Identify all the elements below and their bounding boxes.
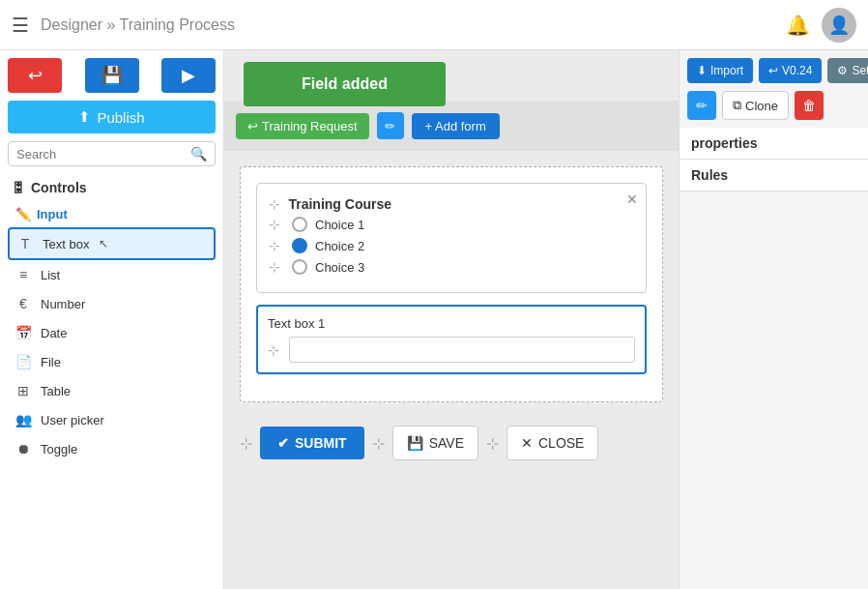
main-layout: ↩ 💾 ▶ ⬆ Publish 🔍 🎛 Controls ✏️ Input T …: [0, 50, 868, 589]
radio-label-3: Choice 3: [315, 260, 364, 275]
save-button[interactable]: 💾: [85, 58, 139, 93]
bell-icon[interactable]: 🔔: [786, 14, 810, 37]
close-section-button[interactable]: ✕: [626, 191, 638, 207]
control-toggle-label: Toggle: [41, 442, 77, 456]
input-section: ✏️ Input: [8, 201, 216, 227]
header-right: 🔔 👤: [786, 8, 856, 43]
clone-button[interactable]: ⧉ Clone: [722, 91, 789, 120]
edit-step-button[interactable]: ✏: [377, 112, 404, 139]
right-panel: ⬇ Import ↩ V0.24 ⚙ Settings ✏ ⧉ Clone 🗑 …: [679, 50, 868, 589]
publish-icon: ⬆: [78, 108, 91, 126]
section-drag-handle[interactable]: ⊹: [269, 196, 280, 212]
clone-label: Clone: [745, 99, 778, 113]
control-user-picker-label: User picker: [41, 413, 104, 427]
rules-tab[interactable]: Rules: [680, 160, 868, 191]
textbox-drag-handle[interactable]: ⊹: [268, 342, 279, 358]
sidebar: ↩ 💾 ▶ ⬆ Publish 🔍 🎛 Controls ✏️ Input T …: [0, 50, 224, 589]
close-action-button[interactable]: ✕ CLOSE: [506, 426, 598, 460]
step-icon: ↩: [247, 119, 258, 133]
control-file-label: File: [41, 355, 61, 369]
input-icon: ✏️: [15, 207, 31, 221]
version-label: V0.24: [782, 64, 812, 77]
x-icon: ✕: [521, 435, 533, 451]
file-icon: 📄: [15, 354, 31, 369]
notification-bar: Field added: [244, 62, 446, 106]
control-list-label: List: [41, 268, 60, 282]
header-left: ☰ Designer » Training Process: [12, 14, 235, 37]
add-form-button[interactable]: + Add form: [412, 113, 500, 139]
breadcrumb-sep: »: [102, 16, 120, 33]
textbox-label: Text box 1: [268, 316, 635, 331]
control-item-number[interactable]: € Number: [8, 289, 216, 318]
control-item-table[interactable]: ⊞ Table: [8, 376, 216, 405]
date-icon: 📅: [15, 325, 31, 340]
version-icon: ↩: [768, 64, 778, 77]
import-button[interactable]: ⬇ Import: [687, 58, 753, 83]
play-button[interactable]: ▶: [161, 58, 216, 93]
undo-button[interactable]: ↩: [8, 58, 62, 93]
close-drag-handle[interactable]: ⊹: [486, 434, 499, 453]
control-item-date[interactable]: 📅 Date: [8, 318, 216, 347]
search-input[interactable]: [16, 147, 190, 162]
radio-label-2: Choice 2: [315, 239, 364, 253]
radio-drag-3[interactable]: ⊹: [269, 259, 280, 275]
radio-circle-1[interactable]: [292, 217, 307, 232]
form-section-training-course: ⊹ Training Course ✕ ⊹ Choice 1 ⊹ Choice …: [256, 183, 647, 293]
form-area: ⊹ Training Course ✕ ⊹ Choice 1 ⊹ Choice …: [240, 166, 663, 402]
table-icon: ⊞: [15, 383, 31, 398]
canvas-subheader: ↩ Training Request ✏ + Add form: [224, 101, 679, 151]
breadcrumb: Designer » Training Process: [41, 16, 235, 34]
control-item-file[interactable]: 📄 File: [8, 347, 216, 376]
list-icon: ≡: [15, 267, 31, 282]
radio-circle-3[interactable]: [292, 259, 307, 275]
toggle-icon: ⏺: [15, 441, 31, 456]
publish-label: Publish: [97, 109, 144, 126]
textbox-section: Text box 1 ⊹: [256, 305, 647, 374]
control-text-box-label: Text box: [43, 237, 89, 251]
right-actions: ✏ ⧉ Clone 🗑: [680, 91, 868, 128]
control-item-text-box[interactable]: T Text box ↖: [8, 227, 216, 260]
properties-tab[interactable]: properties: [680, 128, 868, 160]
radio-circle-2[interactable]: [292, 238, 307, 253]
hamburger-icon[interactable]: ☰: [12, 14, 29, 37]
controls-list: ✏️ Input T Text box ↖ ≡ List € Number 📅 …: [0, 201, 223, 463]
controls-icon: 🎛: [12, 180, 25, 195]
clone-icon: ⧉: [733, 98, 741, 113]
step-button[interactable]: ↩ Training Request: [236, 113, 369, 139]
avatar[interactable]: 👤: [822, 8, 856, 43]
control-item-toggle[interactable]: ⏺ Toggle: [8, 434, 216, 463]
canvas-body: ⊹ Training Course ✕ ⊹ Choice 1 ⊹ Choice …: [224, 151, 679, 589]
radio-drag-2[interactable]: ⊹: [269, 238, 280, 253]
settings-label: Settings: [852, 64, 868, 77]
submit-button[interactable]: ✔ SUBMIT: [260, 427, 364, 459]
breadcrumb-designer: Designer: [41, 16, 102, 33]
radio-drag-1[interactable]: ⊹: [269, 217, 280, 232]
save-label: SAVE: [429, 435, 464, 451]
input-label: Input: [37, 207, 68, 221]
submit-drag-handle[interactable]: ⊹: [240, 434, 252, 453]
user-picker-icon: 👥: [15, 412, 31, 427]
right-toolbar: ⬇ Import ↩ V0.24 ⚙ Settings: [680, 50, 868, 91]
control-item-list[interactable]: ≡ List: [8, 260, 216, 289]
delete-button[interactable]: 🗑: [795, 91, 824, 120]
publish-button[interactable]: ⬆ Publish: [8, 101, 216, 133]
notification-message: Field added: [302, 75, 388, 92]
control-table-label: Table: [41, 384, 71, 398]
radio-label-1: Choice 1: [315, 218, 364, 232]
import-label: Import: [710, 64, 743, 77]
radio-option-3: ⊹ Choice 3: [269, 259, 634, 275]
edit-button[interactable]: ✏: [687, 91, 716, 120]
save-action-button[interactable]: 💾 SAVE: [392, 426, 478, 460]
textbox-input[interactable]: [289, 337, 635, 363]
settings-icon: ⚙: [837, 64, 848, 77]
form-section-title: Training Course: [288, 196, 391, 212]
search-icon: 🔍: [190, 146, 207, 162]
settings-button[interactable]: ⚙ Settings: [827, 58, 868, 83]
submit-label: SUBMIT: [295, 435, 347, 451]
controls-label: Controls: [31, 180, 87, 195]
version-button[interactable]: ↩ V0.24: [759, 58, 822, 83]
save-drag-handle[interactable]: ⊹: [372, 434, 385, 453]
number-icon: €: [15, 296, 31, 311]
breadcrumb-page: Training Process: [120, 16, 235, 33]
control-item-user-picker[interactable]: 👥 User picker: [8, 405, 216, 434]
